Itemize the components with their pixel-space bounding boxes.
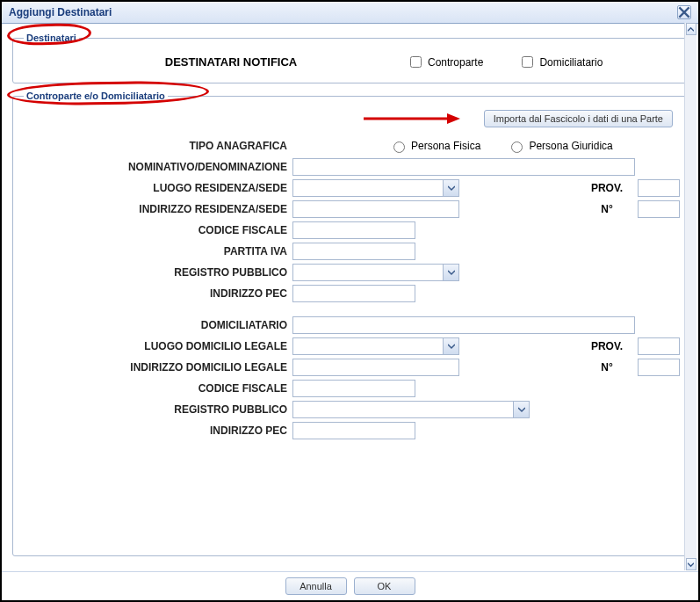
row-domiciliatario: DOMICILIATARIO <box>20 316 680 335</box>
label-prov-1: PROV. <box>576 182 638 194</box>
combo-luogo-domicilio-input[interactable] <box>293 338 443 354</box>
row-luogo-residenza: LUOGO RESIDENZA/SEDE PROV. <box>20 178 680 198</box>
group-controparte-domiciliatario: Controparte e/o Domiciliatario Importa d… <box>12 91 688 556</box>
label-domiciliatario: DOMICILIATARIO <box>20 319 292 331</box>
combo-registro-pubblico-2-input[interactable] <box>293 402 513 417</box>
input-numero-2[interactable] <box>638 359 680 376</box>
import-button[interactable]: Importa dal Fascicolo i dati di una Part… <box>484 110 673 127</box>
chevron-up-icon <box>688 26 694 33</box>
chevron-down-icon <box>688 562 694 568</box>
row-nominativo: NOMINATIVO/DENOMINAZIONE <box>20 157 680 177</box>
label-indirizzo-residenza: INDIRIZZO RESIDENZA/SEDE <box>20 203 292 215</box>
label-codice-fiscale: CODICE FISCALE <box>20 224 292 236</box>
radio-persona-giuridica[interactable] <box>511 141 523 153</box>
window-title: Aggiungi Destinatari <box>9 6 112 18</box>
scrollbar-vertical[interactable] <box>684 23 696 570</box>
section-divider <box>20 305 680 314</box>
label-numero-1: N° <box>576 203 638 215</box>
ok-button[interactable]: OK <box>354 577 415 595</box>
radio-persona-giuridica-wrap[interactable]: Persona Giuridica <box>507 139 612 153</box>
checkbox-controparte-label: Controparte <box>428 56 483 69</box>
input-indirizzo-pec-2[interactable] <box>292 422 415 439</box>
combo-luogo-residenza-input[interactable] <box>293 180 443 196</box>
chevron-down-icon <box>448 343 455 350</box>
label-prov-2: PROV. <box>576 340 638 352</box>
combo-luogo-residenza-btn[interactable] <box>443 180 458 196</box>
button-bar: Annulla OK <box>2 571 698 598</box>
combo-luogo-residenza[interactable] <box>292 179 459 197</box>
combo-registro-pubblico-input[interactable] <box>293 265 443 280</box>
checkbox-domiciliatario-wrap[interactable]: Domiciliatario <box>518 54 603 70</box>
row-luogo-domicilio: LUOGO DOMICILIO LEGALE PROV. <box>20 337 680 356</box>
label-codice-fiscale-2: CODICE FISCALE <box>20 382 292 395</box>
input-codice-fiscale-2[interactable] <box>292 380 415 397</box>
input-prov-2[interactable] <box>638 337 680 355</box>
cancel-button[interactable]: Annulla <box>285 577 347 595</box>
chevron-down-icon <box>518 406 525 413</box>
label-luogo-residenza: LUOGO RESIDENZA/SEDE <box>20 182 292 194</box>
input-indirizzo-residenza[interactable] <box>292 200 459 218</box>
radio-persona-fisica-label: Persona Fisica <box>411 140 480 152</box>
close-icon <box>678 6 690 18</box>
row-import: Importa dal Fascicolo i dati di una Part… <box>20 106 680 134</box>
row-partita-iva: PARTITA IVA <box>20 242 680 261</box>
combo-registro-pubblico-2[interactable] <box>292 401 530 418</box>
input-domiciliatario[interactable] <box>292 316 635 334</box>
row-destinatari-notifica: DESTINATARI NOTIFICA Controparte Domicil… <box>20 48 680 74</box>
label-registro-pubblico: REGISTRO PUBBLICO <box>20 266 292 279</box>
combo-registro-pubblico[interactable] <box>292 264 459 281</box>
input-numero-1[interactable] <box>638 200 680 218</box>
label-registro-pubblico-2: REGISTRO PUBBLICO <box>20 403 292 416</box>
label-indirizzo-pec-2: INDIRIZZO PEC <box>20 424 292 437</box>
dialog-body: Destinatari DESTINATARI NOTIFICA Controp… <box>2 24 698 569</box>
combo-luogo-domicilio[interactable] <box>292 337 459 355</box>
label-nominativo: NOMINATIVO/DENOMINAZIONE <box>20 161 292 173</box>
checkbox-controparte-wrap[interactable]: Controparte <box>407 54 483 70</box>
chevron-down-icon <box>448 269 455 276</box>
combo-registro-pubblico-btn[interactable] <box>443 265 458 280</box>
scroll-down-button[interactable] <box>686 558 696 570</box>
row-codice-fiscale: CODICE FISCALE <box>20 221 680 240</box>
title-bar: Aggiungi Destinatari <box>2 2 698 24</box>
chevron-down-icon <box>448 185 455 192</box>
legend-destinatari: Destinatari <box>24 33 79 43</box>
input-indirizzo-domicilio[interactable] <box>292 359 459 376</box>
row-indirizzo-domicilio: INDIRIZZO DOMICILIO LEGALE N° <box>20 358 680 377</box>
combo-luogo-domicilio-btn[interactable] <box>443 338 458 354</box>
row-indirizzo-pec: INDIRIZZO PEC <box>20 284 680 303</box>
label-tipo-anagrafica: TIPO ANAGRAFICA <box>20 140 292 152</box>
scroll-up-button[interactable] <box>686 23 696 35</box>
label-luogo-domicilio: LUOGO DOMICILIO LEGALE <box>20 340 292 352</box>
input-indirizzo-pec[interactable] <box>292 285 415 302</box>
group-destinatari: Destinatari DESTINATARI NOTIFICA Controp… <box>12 33 688 83</box>
row-tipo-anagrafica: TIPO ANAGRAFICA Persona Fisica Persona G… <box>20 136 680 156</box>
row-registro-pubblico-2: REGISTRO PUBBLICO <box>20 400 680 419</box>
label-indirizzo-domicilio: INDIRIZZO DOMICILIO LEGALE <box>20 361 292 374</box>
radio-persona-giuridica-label: Persona Giuridica <box>529 140 612 152</box>
label-partita-iva: PARTITA IVA <box>20 245 292 257</box>
label-indirizzo-pec: INDIRIZZO PEC <box>20 287 292 300</box>
row-codice-fiscale-2: CODICE FISCALE <box>20 379 680 398</box>
input-partita-iva[interactable] <box>292 243 415 260</box>
checkbox-controparte[interactable] <box>410 56 422 68</box>
label-destinatari-notifica: DESTINATARI NOTIFICA <box>20 55 407 69</box>
radio-persona-fisica[interactable] <box>393 141 405 153</box>
combo-registro-pubblico-2-btn[interactable] <box>513 402 529 417</box>
checkbox-domiciliatario-label: Domiciliatario <box>539 56 603 69</box>
label-numero-2: N° <box>576 361 638 374</box>
input-nominativo[interactable] <box>292 158 635 176</box>
row-indirizzo-residenza: INDIRIZZO RESIDENZA/SEDE N° <box>20 199 680 219</box>
checkbox-domiciliatario[interactable] <box>522 56 533 68</box>
input-prov-1[interactable] <box>638 179 680 197</box>
row-indirizzo-pec-2: INDIRIZZO PEC <box>20 421 680 440</box>
input-codice-fiscale[interactable] <box>292 221 415 239</box>
row-registro-pubblico: REGISTRO PUBBLICO <box>20 263 680 282</box>
legend-controparte: Controparte e/o Domiciliatario <box>24 91 168 101</box>
radio-persona-fisica-wrap[interactable]: Persona Fisica <box>389 139 480 153</box>
close-button[interactable] <box>677 5 691 19</box>
